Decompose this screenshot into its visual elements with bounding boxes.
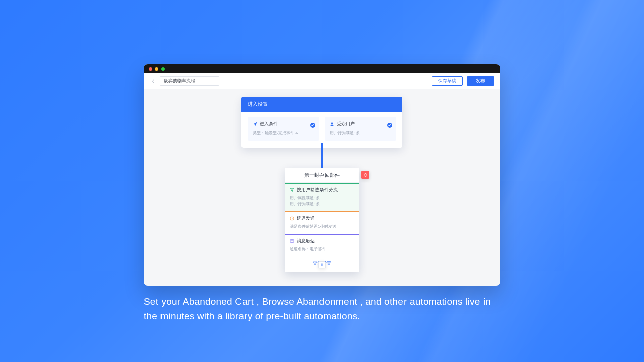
touchpoint-line1: 通道名称：电子邮件 bbox=[290, 246, 354, 252]
toolbar: 保存草稿 发布 bbox=[144, 73, 500, 89]
mail-icon bbox=[290, 239, 294, 243]
publish-button[interactable]: 发布 bbox=[467, 76, 494, 86]
svg-point-2 bbox=[331, 122, 333, 124]
audience-title: 受众用户 bbox=[337, 121, 355, 127]
delay-block[interactable]: 延迟发送 满足条件后延迟1小时发送 bbox=[285, 211, 359, 234]
delay-title: 延迟发送 bbox=[297, 215, 315, 222]
window-titlebar bbox=[144, 64, 500, 73]
filter-block[interactable]: 按用户筛选条件分流 用户属性满足1条 用户行为满足1条 bbox=[285, 183, 359, 211]
traffic-min-icon[interactable] bbox=[155, 67, 158, 71]
check-icon bbox=[310, 121, 315, 126]
flow-canvas[interactable]: 进入设置 进入条件 类型：触发型-完成事件 A bbox=[144, 89, 500, 286]
user-icon bbox=[330, 122, 334, 126]
marketing-caption: Set your Abandoned Cart , Browse Abandon… bbox=[144, 295, 506, 323]
entry-condition-card[interactable]: 进入条件 类型：触发型-完成事件 A bbox=[248, 117, 319, 141]
delay-line1: 满足条件后延迟1小时发送 bbox=[290, 224, 354, 230]
touchpoint-title: 消息触达 bbox=[297, 238, 315, 244]
connector-line bbox=[321, 143, 323, 168]
paper-plane-icon bbox=[253, 122, 257, 126]
step-card[interactable]: 第一封召回邮件 按用户筛选条件分流 用户属性满足1条 用户行为满足1条 bbox=[285, 168, 359, 272]
delete-step-button[interactable] bbox=[361, 171, 369, 179]
traffic-max-icon[interactable] bbox=[161, 67, 165, 71]
filter-line1: 用户属性满足1条 bbox=[290, 195, 354, 201]
audience-desc: 用户行为满足1条 bbox=[330, 130, 391, 136]
back-button[interactable] bbox=[150, 78, 157, 85]
check-icon bbox=[387, 121, 392, 126]
filter-line2: 用户行为满足1条 bbox=[290, 201, 354, 207]
save-draft-button[interactable]: 保存草稿 bbox=[432, 76, 463, 86]
entry-settings-header: 进入设置 bbox=[242, 97, 403, 112]
entry-condition-title: 进入条件 bbox=[260, 121, 278, 127]
audience-card[interactable]: 受众用户 用户行为满足1条 bbox=[325, 117, 396, 141]
add-step-button[interactable]: + bbox=[318, 261, 326, 268]
funnel-icon bbox=[290, 188, 294, 192]
flow-title-input[interactable] bbox=[160, 76, 219, 86]
entry-condition-desc: 类型：触发型-完成事件 A bbox=[253, 130, 314, 136]
clock-icon bbox=[290, 216, 294, 221]
traffic-close-icon[interactable] bbox=[149, 67, 152, 71]
step-title: 第一封召回邮件 bbox=[285, 168, 359, 183]
app-window: 保存草稿 发布 进入设置 进入条件 bbox=[144, 64, 500, 286]
touchpoint-block[interactable]: 消息触达 通道名称：电子邮件 bbox=[285, 234, 359, 256]
entry-settings-card[interactable]: 进入设置 进入条件 类型：触发型-完成事件 A bbox=[242, 97, 403, 148]
filter-title: 按用户筛选条件分流 bbox=[297, 187, 338, 193]
